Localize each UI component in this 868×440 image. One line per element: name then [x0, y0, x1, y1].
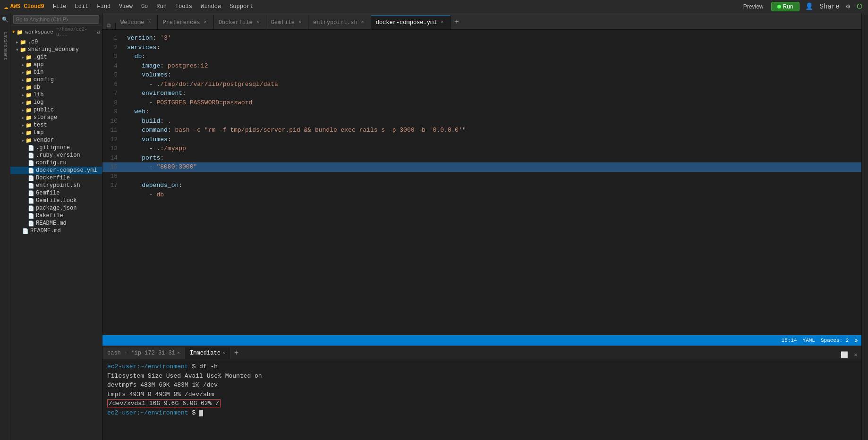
folder-icon: 📁	[26, 92, 32, 98]
sidebar-refresh-icon[interactable]: ↺	[97, 29, 100, 35]
file-icon: 📄	[28, 220, 34, 227]
tree-item-gitignore[interactable]: 📄 .gitignore	[10, 144, 102, 152]
activity-search[interactable]: 🔍	[1, 15, 9, 24]
share-button[interactable]: Share	[818, 2, 842, 11]
term-tab-immediate[interactable]: Immediate ×	[185, 347, 230, 359]
term-tab-close-bash[interactable]: ×	[177, 351, 180, 356]
tab-close-preferences[interactable]: ×	[202, 19, 209, 26]
tree-item-config[interactable]: ▶ 📁 config	[10, 76, 102, 84]
arrow-icon: ▶	[22, 93, 24, 97]
tree-item-tmp[interactable]: ▶ 📁 tmp	[10, 129, 102, 136]
tree-item-dockerfile[interactable]: 📄 Dockerfile	[10, 174, 102, 182]
tree-item-lib[interactable]: ▶ 📁 lib	[10, 91, 102, 99]
terminal-content[interactable]: ec2-user:~/environment $ df -h Filesyste…	[102, 359, 861, 440]
tab-dockerfile[interactable]: Dockerfile ×	[214, 15, 266, 29]
tree-item-public[interactable]: ▶ 📁 public	[10, 106, 102, 114]
tree-item-ruby-version[interactable]: 📄 .ruby-version	[10, 152, 102, 159]
menu-tools[interactable]: Tools	[171, 2, 196, 11]
tree-item-storage[interactable]: ▶ 📁 storage	[10, 114, 102, 121]
tree-item-git[interactable]: ▶ 📁 .git	[10, 53, 102, 61]
file-icon: 📄	[28, 183, 34, 189]
tab-entrypoint[interactable]: entrypoint.sh ×	[308, 15, 371, 29]
tree-item-app[interactable]: ▶ 📁 app	[10, 61, 102, 68]
workspace-header: ▼ 📁 workspace ~/home/ec2-u... ↺	[10, 26, 102, 38]
status-position[interactable]: 15:14	[782, 338, 797, 343]
tree-item-log[interactable]: ▶ 📁 log	[10, 99, 102, 106]
tree-item-gemfile[interactable]: 📄 Gemfile	[10, 189, 102, 197]
folder-icon: 📁	[26, 107, 32, 113]
tab-close-entrypoint[interactable]: ×	[359, 19, 366, 26]
tree-item-readme-inner[interactable]: 📄 README.md	[10, 220, 102, 227]
workspace-arrow: ▼	[12, 30, 15, 34]
tree-item-config-ru[interactable]: 📄 config.ru	[10, 159, 102, 167]
tab-docker-compose[interactable]: docker-compose.yml ×	[371, 15, 451, 29]
term-controls: ⬜ ×	[839, 351, 861, 359]
tree-item-bin[interactable]: ▶ 📁 bin	[10, 68, 102, 76]
menu-file[interactable]: File	[49, 2, 70, 11]
file-icon: 📄	[28, 205, 34, 212]
tab-close-gemfile[interactable]: ×	[297, 19, 303, 26]
menu-support[interactable]: Support	[226, 2, 257, 11]
term-close-icon[interactable]: ×	[852, 352, 859, 359]
term-tab-close-immediate[interactable]: ×	[222, 351, 225, 356]
menu-bar: ☁ AWS Cloud9 File Edit Find View Go Run …	[0, 0, 868, 13]
term-tab-bash[interactable]: bash - *ip-172-31-31 ×	[102, 347, 185, 359]
file-icon: 📄	[28, 213, 34, 219]
tab-layout-icon[interactable]: ⧉	[102, 23, 116, 29]
sidebar: ▼ 📁 workspace ~/home/ec2-u... ↺ ▶ 📁 .c9 …	[10, 13, 102, 440]
menu-view[interactable]: View	[115, 2, 136, 11]
tree-item-test[interactable]: ▶ 📁 test	[10, 121, 102, 129]
folder-icon: 📁	[20, 39, 26, 45]
tree-item-db[interactable]: ▶ 📁 db	[10, 84, 102, 91]
tree-item-entrypoint[interactable]: 📄 entrypoint.sh	[10, 182, 102, 189]
menu-window[interactable]: Window	[197, 2, 225, 11]
tree-item-readme-outer[interactable]: 📄 README.md	[10, 227, 102, 235]
tab-gemfile[interactable]: Gemfile ×	[266, 15, 308, 29]
file-icon: 📄	[28, 198, 34, 204]
folder-icon: 📁	[26, 62, 32, 68]
code-view: 12345 678910 11121314 15 1617 version: '…	[102, 30, 861, 335]
term-maximize-icon[interactable]: ⬜	[839, 351, 850, 359]
arrow-icon: ▼	[16, 48, 18, 52]
tab-close-docker-compose[interactable]: ×	[439, 19, 445, 26]
extension-icon[interactable]: ⬡	[855, 1, 864, 11]
tab-add-button[interactable]: +	[451, 15, 463, 29]
editor-content: 12345 678910 11121314 15 1617 version: '…	[102, 30, 861, 346]
tree-item-gemfile-lock[interactable]: 📄 Gemfile.lock	[10, 197, 102, 204]
tree-item-sharing-economy[interactable]: ▼ 📁 sharing_economy	[10, 46, 102, 53]
menu-run[interactable]: Run	[153, 2, 170, 11]
file-icon: 📄	[28, 168, 34, 174]
tab-preferences[interactable]: Preferences ×	[158, 15, 213, 29]
terminal-line-2: Filesystem Size Used Avail Use% Mounted …	[107, 372, 857, 381]
folder-icon: 📁	[20, 47, 26, 53]
tab-close-welcome[interactable]: ×	[146, 19, 153, 26]
app-logo: ☁ AWS Cloud9	[4, 2, 44, 11]
settings-icon[interactable]: ⚙	[844, 1, 852, 11]
tab-welcome[interactable]: Welcome ×	[116, 15, 158, 29]
run-button[interactable]: Run	[771, 2, 800, 11]
search-input[interactable]	[13, 15, 99, 24]
tree-item-package-json[interactable]: 📄 package.json	[10, 204, 102, 212]
status-settings-icon[interactable]: ⚙	[854, 338, 858, 344]
activity-environment[interactable]: Environment	[3, 32, 8, 60]
status-spaces[interactable]: Spaces: 2	[821, 338, 849, 343]
menu-edit[interactable]: Edit	[71, 2, 92, 11]
user-icon[interactable]: 👤	[803, 1, 815, 11]
tree-item-rakefile[interactable]: 📄 Rakefile	[10, 212, 102, 220]
preview-button[interactable]: Preview	[740, 2, 767, 11]
menu-go[interactable]: Go	[137, 2, 152, 11]
editor-area: ⧉ Welcome × Preferences × Dockerfile × G…	[102, 13, 861, 440]
line-numbers: 12345 678910 11121314 15 1617	[102, 30, 121, 335]
tree-item-docker-compose[interactable]: 📄 docker-compose.yml	[10, 167, 102, 174]
menu-find[interactable]: Find	[93, 2, 114, 11]
tab-close-dockerfile[interactable]: ×	[255, 19, 261, 26]
bottom-panel: bash - *ip-172-31-31 × Immediate × + ⬜ ×…	[102, 346, 861, 440]
aws-icon: ☁	[4, 2, 9, 11]
term-tab-add-button[interactable]: +	[230, 347, 243, 359]
workspace-folder-icon: 📁	[17, 29, 23, 35]
tree-item-vendor[interactable]: ▶ 📁 vendor	[10, 136, 102, 144]
status-language[interactable]: YAML	[803, 338, 815, 343]
code-editor[interactable]: version: '3' services: db: image: postgr…	[121, 30, 861, 335]
tab-bar: ⧉ Welcome × Preferences × Dockerfile × G…	[102, 13, 861, 30]
tree-item-c9[interactable]: ▶ 📁 .c9	[10, 38, 102, 46]
